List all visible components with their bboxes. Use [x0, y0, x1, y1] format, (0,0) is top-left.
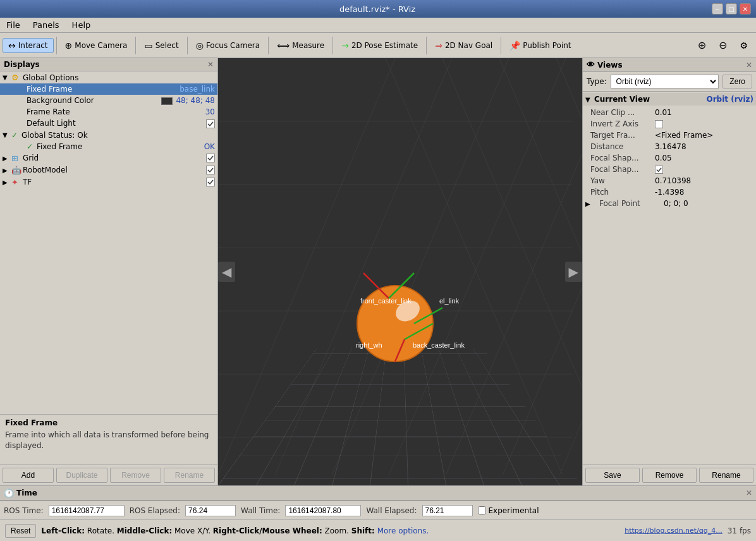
focal-shape2-label: Focal Shap...: [585, 165, 655, 174]
target-frame-value: <Fixed Frame>: [655, 131, 753, 140]
zoom-text: Zoom.: [325, 526, 349, 535]
views-header: 👁 Views ✕: [583, 58, 756, 72]
clock-icon: 🕐: [4, 489, 14, 498]
pose-estimate-label: 2D Pose Estimate: [351, 41, 418, 50]
nav-arrow-right[interactable]: ▶: [565, 262, 582, 282]
rename-button[interactable]: Rename: [164, 468, 215, 483]
wall-time-input[interactable]: [285, 505, 361, 516]
add-display-button[interactable]: ⊕: [692, 37, 712, 54]
interact-label: Interact: [18, 41, 48, 50]
views-remove-button[interactable]: Remove: [642, 468, 697, 483]
robot-label: RobotModel: [23, 166, 204, 174]
displays-panel: Displays ✕ ▼ ⚙ Global Options Fixed Fram…: [0, 58, 218, 485]
focal-point-value: 0; 0; 0: [664, 199, 753, 208]
menu-help[interactable]: Help: [68, 19, 95, 31]
views-rename-button[interactable]: Rename: [699, 468, 753, 483]
frame-rate-item[interactable]: Frame Rate 30: [0, 106, 217, 118]
interact-tool[interactable]: ↔ Interact: [3, 38, 54, 53]
pose-estimate-tool[interactable]: → 2D Pose Estimate: [336, 38, 424, 53]
global-options-item[interactable]: ▼ ⚙ Global Options: [0, 71, 217, 83]
select-tool[interactable]: ▭ Select: [138, 38, 184, 53]
frame-rate-label: Frame Rate: [27, 107, 203, 116]
background-color-item[interactable]: Background Color 48; 48; 48: [0, 95, 217, 106]
distance-row: Distance 3.16478: [583, 141, 756, 152]
toolbar-sep-3: [187, 37, 188, 54]
views-type-label: Type:: [587, 77, 607, 86]
robot-model-item[interactable]: ▶ 🤖 RobotModel: [0, 164, 217, 176]
ros-time-input[interactable]: [49, 505, 125, 516]
views-type-select[interactable]: Orbit (rviz): [611, 75, 719, 88]
settings-button[interactable]: ⚙: [734, 38, 753, 53]
global-status-item[interactable]: ▼ ✓ Global Status: Ok: [0, 130, 217, 141]
displays-close-button[interactable]: ✕: [207, 60, 214, 69]
views-zero-button[interactable]: Zero: [722, 75, 752, 88]
views-save-button[interactable]: Save: [585, 468, 640, 483]
move-camera-tool[interactable]: ⊕ Move Camera: [59, 38, 133, 53]
nav-goal-tool[interactable]: ⇒ 2D Nav Goal: [429, 38, 498, 53]
viewport[interactable]: front_caster_link el_link right_wh back_…: [218, 58, 582, 485]
move-camera-label: Move Camera: [75, 41, 127, 50]
shift-label: Shift:: [351, 526, 375, 535]
invert-z-checkbox[interactable]: [655, 120, 663, 128]
measure-tool[interactable]: ⟺ Measure: [271, 38, 330, 53]
robot-expand[interactable]: ▶: [3, 167, 11, 174]
views-tree: ▼ Current View Orbit (rviz) Near Clip ..…: [583, 92, 756, 465]
fixed-frame-item[interactable]: Fixed Frame base_link: [0, 83, 217, 95]
grid-item[interactable]: ▶ ⊞ Grid: [0, 152, 217, 164]
robot-checkbox: [206, 166, 215, 175]
grid-check[interactable]: [206, 154, 215, 162]
tf-item[interactable]: ▶ ✦ TF: [0, 176, 217, 188]
views-close-button[interactable]: ✕: [746, 61, 752, 70]
focal-shape1-label: Focal Shap...: [585, 154, 655, 162]
tf-expand[interactable]: ▶: [3, 179, 11, 186]
focal-point-expand[interactable]: ▶: [585, 200, 594, 207]
ros-elapsed-input[interactable]: [185, 505, 236, 516]
wall-elapsed-label: Wall Elapsed:: [366, 506, 417, 515]
time-close-button[interactable]: ✕: [746, 489, 752, 497]
focal-shape2-checkbox[interactable]: [655, 166, 663, 174]
nav-goal-label: 2D Nav Goal: [445, 41, 492, 50]
nav-arrow-left[interactable]: ◀: [218, 262, 235, 282]
minimize-button[interactable]: ─: [712, 3, 723, 15]
remove-button[interactable]: Remove: [110, 468, 161, 483]
invert-z-row: Invert Z Axis: [583, 118, 756, 130]
target-frame-row: Target Fra... <Fixed Frame>: [583, 130, 756, 141]
viewport-canvas: front_caster_link el_link right_wh back_…: [218, 58, 582, 485]
remove-display-button[interactable]: ⊖: [713, 37, 733, 54]
status-bar: Reset Left-Click: Rotate. Middle-Click: …: [0, 520, 756, 541]
views-save-row: Save Remove Rename: [583, 465, 756, 485]
grid-expand[interactable]: ▶: [3, 155, 11, 162]
default-light-checkbox[interactable]: [206, 119, 215, 128]
global-status-expand[interactable]: ▼: [3, 131, 11, 138]
focal-shape1-value: 0.05: [655, 154, 753, 162]
duplicate-button[interactable]: Duplicate: [56, 468, 107, 483]
add-button[interactable]: Add: [3, 468, 54, 483]
distance-label: Distance: [585, 142, 655, 151]
default-light-item[interactable]: Default Light: [0, 118, 217, 130]
wall-elapsed-input[interactable]: [422, 505, 473, 516]
maximize-button[interactable]: □: [726, 3, 737, 15]
robot-check[interactable]: [206, 166, 215, 174]
menu-panels[interactable]: Panels: [29, 19, 63, 31]
svg-text:front_caster_link: front_caster_link: [360, 297, 412, 305]
url-display[interactable]: https://blog.csdn.net/qq_4...: [625, 526, 722, 535]
global-options-expand-icon[interactable]: ▼: [3, 74, 11, 81]
focus-camera-tool[interactable]: ◎ Focus Camera: [190, 38, 265, 53]
tf-check[interactable]: [206, 178, 215, 186]
left-click-label: Left-Click:: [41, 526, 85, 535]
menu-file[interactable]: File: [3, 19, 24, 31]
experimental-checkbox[interactable]: [478, 506, 486, 514]
current-view-section[interactable]: ▼ Current View Orbit (rviz): [583, 93, 756, 106]
measure-icon: ⟺: [277, 40, 290, 51]
close-button[interactable]: ✕: [740, 3, 751, 15]
displays-title: Displays: [4, 60, 40, 69]
current-view-expand[interactable]: ▼: [585, 96, 594, 103]
reset-button[interactable]: Reset: [5, 524, 36, 538]
publish-point-tool[interactable]: 📌 Publish Point: [504, 38, 576, 53]
interact-icon: ↔: [8, 40, 16, 51]
svg-text:el_link: el_link: [439, 297, 460, 305]
more-options-text: More options.: [377, 526, 429, 535]
wall-time-label: Wall Time:: [241, 506, 280, 515]
rotate-text: Rotate.: [87, 526, 114, 535]
ff-status-value: OK: [204, 142, 215, 151]
